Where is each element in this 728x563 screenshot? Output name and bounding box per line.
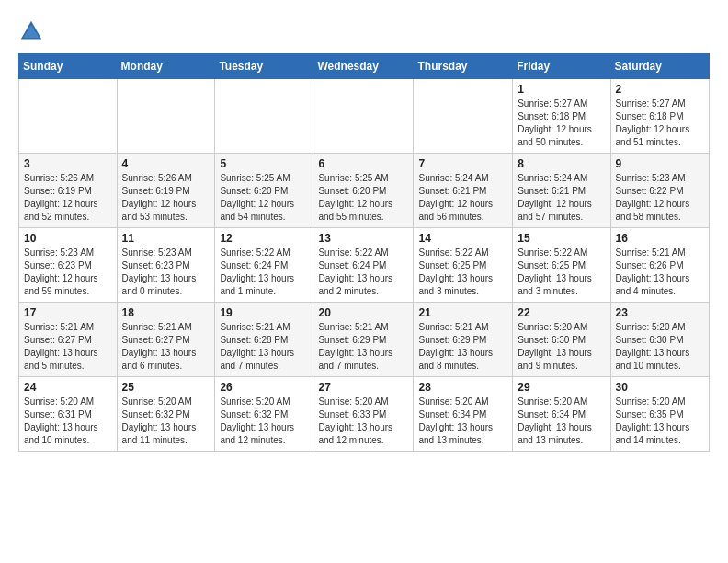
calendar-cell: 3Sunrise: 5:26 AMSunset: 6:19 PMDaylight… [19, 154, 118, 228]
calendar-week-row: 1Sunrise: 5:27 AMSunset: 6:18 PMDaylight… [19, 79, 710, 154]
day-number: 8 [518, 157, 605, 170]
day-number: 18 [122, 306, 210, 319]
day-info: Sunrise: 5:23 AMSunset: 6:23 PMDaylight:… [122, 247, 210, 298]
day-number: 23 [616, 306, 704, 319]
day-number: 30 [616, 381, 704, 394]
calendar-cell: 28Sunrise: 5:20 AMSunset: 6:34 PMDayligh… [414, 377, 513, 452]
logo [18, 18, 48, 44]
calendar-header-row: SundayMondayTuesdayWednesdayThursdayFrid… [19, 54, 710, 79]
day-number: 22 [518, 306, 605, 319]
day-info: Sunrise: 5:23 AMSunset: 6:23 PMDaylight:… [24, 247, 112, 298]
calendar-cell: 6Sunrise: 5:25 AMSunset: 6:20 PMDaylight… [313, 154, 414, 228]
day-info: Sunrise: 5:26 AMSunset: 6:19 PMDaylight:… [122, 172, 210, 224]
calendar-cell: 5Sunrise: 5:25 AMSunset: 6:20 PMDaylight… [215, 154, 313, 228]
logo-icon [18, 18, 44, 44]
day-number: 20 [318, 306, 408, 319]
day-number: 6 [318, 157, 408, 170]
page-header [18, 18, 710, 44]
calendar-cell [117, 79, 215, 154]
day-number: 25 [122, 381, 210, 394]
day-info: Sunrise: 5:22 AMSunset: 6:24 PMDaylight:… [220, 247, 308, 298]
calendar-cell: 16Sunrise: 5:21 AMSunset: 6:26 PMDayligh… [610, 228, 709, 303]
col-header-friday: Friday [513, 54, 610, 79]
day-info: Sunrise: 5:25 AMSunset: 6:20 PMDaylight:… [220, 172, 308, 224]
calendar-cell: 23Sunrise: 5:20 AMSunset: 6:30 PMDayligh… [610, 303, 709, 377]
day-info: Sunrise: 5:27 AMSunset: 6:18 PMDaylight:… [616, 98, 704, 149]
calendar-cell: 26Sunrise: 5:20 AMSunset: 6:32 PMDayligh… [215, 377, 313, 452]
day-number: 15 [518, 232, 605, 245]
day-info: Sunrise: 5:21 AMSunset: 6:27 PMDaylight:… [122, 321, 210, 373]
day-info: Sunrise: 5:20 AMSunset: 6:32 PMDaylight:… [122, 396, 210, 447]
calendar-cell: 24Sunrise: 5:20 AMSunset: 6:31 PMDayligh… [19, 377, 118, 452]
day-number: 7 [418, 157, 507, 170]
calendar-cell: 13Sunrise: 5:22 AMSunset: 6:24 PMDayligh… [313, 228, 414, 303]
day-number: 3 [24, 157, 112, 170]
day-number: 16 [616, 232, 704, 245]
calendar-cell: 8Sunrise: 5:24 AMSunset: 6:21 PMDaylight… [513, 154, 610, 228]
calendar-cell: 29Sunrise: 5:20 AMSunset: 6:34 PMDayligh… [513, 377, 610, 452]
calendar-cell: 27Sunrise: 5:20 AMSunset: 6:33 PMDayligh… [313, 377, 414, 452]
day-info: Sunrise: 5:25 AMSunset: 6:20 PMDaylight:… [318, 172, 408, 224]
calendar-cell: 17Sunrise: 5:21 AMSunset: 6:27 PMDayligh… [19, 303, 118, 377]
calendar-week-row: 3Sunrise: 5:26 AMSunset: 6:19 PMDaylight… [19, 154, 710, 228]
day-info: Sunrise: 5:21 AMSunset: 6:29 PMDaylight:… [318, 321, 408, 373]
day-number: 13 [318, 232, 408, 245]
day-number: 1 [518, 83, 605, 96]
col-header-sunday: Sunday [19, 54, 118, 79]
col-header-tuesday: Tuesday [215, 54, 313, 79]
day-number: 24 [24, 381, 112, 394]
day-number: 26 [220, 381, 308, 394]
day-info: Sunrise: 5:20 AMSunset: 6:34 PMDaylight:… [418, 396, 507, 447]
day-number: 12 [220, 232, 308, 245]
calendar-cell: 22Sunrise: 5:20 AMSunset: 6:30 PMDayligh… [513, 303, 610, 377]
day-info: Sunrise: 5:20 AMSunset: 6:34 PMDaylight:… [518, 396, 605, 447]
day-info: Sunrise: 5:20 AMSunset: 6:30 PMDaylight:… [518, 321, 605, 373]
calendar-cell: 7Sunrise: 5:24 AMSunset: 6:21 PMDaylight… [414, 154, 513, 228]
day-number: 5 [220, 157, 308, 170]
calendar-cell: 11Sunrise: 5:23 AMSunset: 6:23 PMDayligh… [117, 228, 215, 303]
calendar-cell: 2Sunrise: 5:27 AMSunset: 6:18 PMDaylight… [610, 79, 709, 154]
day-info: Sunrise: 5:20 AMSunset: 6:33 PMDaylight:… [318, 396, 408, 447]
calendar-week-row: 10Sunrise: 5:23 AMSunset: 6:23 PMDayligh… [19, 228, 710, 303]
col-header-saturday: Saturday [610, 54, 709, 79]
calendar-cell: 9Sunrise: 5:23 AMSunset: 6:22 PMDaylight… [610, 154, 709, 228]
day-number: 10 [24, 232, 112, 245]
day-info: Sunrise: 5:21 AMSunset: 6:29 PMDaylight:… [418, 321, 507, 373]
calendar-week-row: 17Sunrise: 5:21 AMSunset: 6:27 PMDayligh… [19, 303, 710, 377]
day-info: Sunrise: 5:20 AMSunset: 6:32 PMDaylight:… [220, 396, 308, 447]
calendar-table: SundayMondayTuesdayWednesdayThursdayFrid… [18, 53, 710, 452]
calendar-cell: 30Sunrise: 5:20 AMSunset: 6:35 PMDayligh… [610, 377, 709, 452]
day-info: Sunrise: 5:23 AMSunset: 6:22 PMDaylight:… [616, 172, 704, 224]
day-number: 2 [616, 83, 704, 96]
day-info: Sunrise: 5:20 AMSunset: 6:30 PMDaylight:… [616, 321, 704, 373]
calendar-cell: 18Sunrise: 5:21 AMSunset: 6:27 PMDayligh… [117, 303, 215, 377]
day-number: 19 [220, 306, 308, 319]
calendar-cell: 19Sunrise: 5:21 AMSunset: 6:28 PMDayligh… [215, 303, 313, 377]
day-number: 29 [518, 381, 605, 394]
day-info: Sunrise: 5:21 AMSunset: 6:28 PMDaylight:… [220, 321, 308, 373]
col-header-monday: Monday [117, 54, 215, 79]
day-number: 11 [122, 232, 210, 245]
calendar-cell [414, 79, 513, 154]
calendar-cell: 12Sunrise: 5:22 AMSunset: 6:24 PMDayligh… [215, 228, 313, 303]
col-header-wednesday: Wednesday [313, 54, 414, 79]
day-number: 17 [24, 306, 112, 319]
col-header-thursday: Thursday [414, 54, 513, 79]
calendar-cell: 25Sunrise: 5:20 AMSunset: 6:32 PMDayligh… [117, 377, 215, 452]
day-number: 27 [318, 381, 408, 394]
day-number: 9 [616, 157, 704, 170]
day-info: Sunrise: 5:21 AMSunset: 6:26 PMDaylight:… [616, 247, 704, 298]
day-number: 21 [418, 306, 507, 319]
day-info: Sunrise: 5:24 AMSunset: 6:21 PMDaylight:… [418, 172, 507, 224]
calendar-cell: 10Sunrise: 5:23 AMSunset: 6:23 PMDayligh… [19, 228, 118, 303]
day-number: 14 [418, 232, 507, 245]
calendar-cell: 4Sunrise: 5:26 AMSunset: 6:19 PMDaylight… [117, 154, 215, 228]
day-info: Sunrise: 5:27 AMSunset: 6:18 PMDaylight:… [518, 98, 605, 149]
calendar-cell [19, 79, 118, 154]
calendar-cell: 21Sunrise: 5:21 AMSunset: 6:29 PMDayligh… [414, 303, 513, 377]
calendar-cell: 15Sunrise: 5:22 AMSunset: 6:25 PMDayligh… [513, 228, 610, 303]
day-info: Sunrise: 5:21 AMSunset: 6:27 PMDaylight:… [24, 321, 112, 373]
day-info: Sunrise: 5:22 AMSunset: 6:25 PMDaylight:… [518, 247, 605, 298]
calendar-cell: 1Sunrise: 5:27 AMSunset: 6:18 PMDaylight… [513, 79, 610, 154]
calendar-cell: 20Sunrise: 5:21 AMSunset: 6:29 PMDayligh… [313, 303, 414, 377]
